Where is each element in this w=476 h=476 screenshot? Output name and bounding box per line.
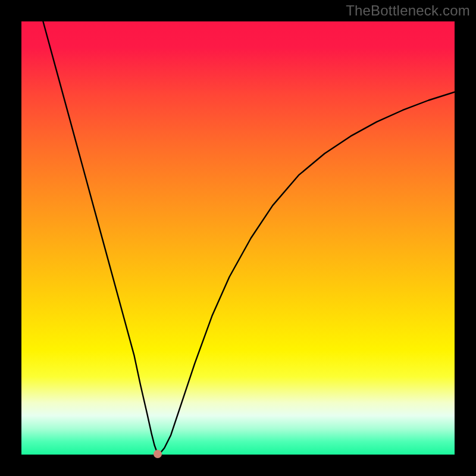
bottleneck-curve — [21, 21, 455, 455]
chart-frame: TheBottleneck.com — [0, 0, 476, 476]
plot-area — [21, 21, 455, 455]
minimum-marker — [154, 450, 162, 458]
watermark-text: TheBottleneck.com — [346, 2, 470, 19]
